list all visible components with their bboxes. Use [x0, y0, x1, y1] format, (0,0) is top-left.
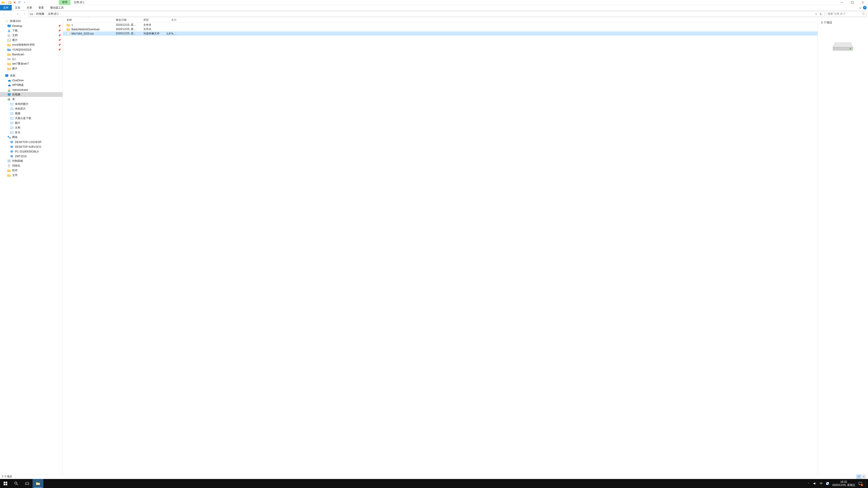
- show-desktop-button[interactable]: [865, 479, 867, 488]
- sidebar-item[interactable]: G:\: [0, 57, 63, 61]
- tree-label: 回收站: [12, 164, 20, 168]
- address-bar[interactable]: › 此电脑 › 文档 (E:) › ⋁: [29, 11, 825, 17]
- file-date: 2020/12/25, 星期五 1...: [114, 27, 141, 31]
- tab-share[interactable]: 共享: [24, 5, 35, 10]
- help-icon[interactable]: ?: [863, 6, 867, 9]
- action-center-icon[interactable]: 3: [858, 481, 863, 486]
- sidebar-item[interactable]: 库: [0, 97, 63, 102]
- file-row[interactable]: BaiduNetdiskDownload2020/12/25, 星期五 1...…: [63, 27, 817, 31]
- recycle-icon: [7, 164, 11, 168]
- thumbnails-view-button[interactable]: [861, 475, 866, 479]
- svg-rect-23: [10, 117, 13, 120]
- taskbar-search-button[interactable]: [11, 479, 22, 488]
- view-toggle-group: [857, 475, 866, 479]
- tab-view[interactable]: 查看: [35, 5, 47, 10]
- search-box[interactable]: 搜索"文档 (E:)": [826, 11, 867, 17]
- refresh-button[interactable]: [818, 11, 824, 17]
- sidebar-item[interactable]: 文档: [0, 125, 63, 130]
- sidebar-item[interactable]: 本机照片: [0, 106, 63, 111]
- taskbar-explorer-button[interactable]: [33, 479, 43, 488]
- sidebar-item[interactable]: YUNQISHI2019📌: [0, 47, 63, 52]
- sidebar-item[interactable]: Desktop📌: [0, 24, 63, 28]
- start-button[interactable]: [0, 479, 11, 488]
- control-panel-icon: [7, 159, 11, 163]
- breadcrumb-this-pc[interactable]: 此电脑: [36, 12, 45, 16]
- sidebar-item[interactable]: DESKTOP-LSSOEDP: [0, 140, 63, 144]
- back-button[interactable]: ←: [1, 11, 7, 17]
- sidebar-item[interactable]: OneDrive: [0, 78, 63, 83]
- quick-access-root[interactable]: ★ 快速访问: [0, 19, 63, 24]
- forward-button[interactable]: →: [8, 11, 13, 17]
- properties-icon[interactable]: [8, 1, 11, 4]
- svg-rect-31: [10, 146, 13, 148]
- tray-overflow-icon[interactable]: ˄: [807, 482, 810, 485]
- tree-label: 音乐: [15, 131, 20, 134]
- undo-icon[interactable]: [18, 1, 22, 4]
- sidebar-item[interactable]: DESKTOP-NJEU3CG: [0, 144, 63, 149]
- sidebar-item[interactable]: excel表格制作求和📌: [0, 42, 63, 47]
- tree-label: 软件: [12, 168, 18, 172]
- tab-drive-tools[interactable]: 驱动器工具: [47, 5, 67, 10]
- address-bar-row: ← → ▾ ↑ › 此电脑 › 文档 (E:) › ⋁ 搜索"文档 (E:)": [0, 11, 868, 18]
- folder-icon: [7, 62, 11, 66]
- recent-dropdown[interactable]: ▾: [15, 11, 20, 17]
- file-row[interactable]: 12020/12/15, 星期二 1...文件夹: [63, 23, 817, 27]
- drive-icon: [30, 12, 33, 16]
- sidebar-item[interactable]: win7重装win7: [0, 61, 63, 66]
- ribbon-expand-icon[interactable]: ⋁: [860, 6, 861, 9]
- tab-file[interactable]: 文件: [0, 5, 12, 10]
- desktop-root[interactable]: 桌面: [0, 73, 63, 78]
- column-type[interactable]: 类型: [141, 18, 164, 22]
- sidebar-item[interactable]: 文档📌: [0, 33, 63, 38]
- sidebar-item[interactable]: 文件: [0, 173, 63, 177]
- sidebar-item[interactable]: 网络: [0, 135, 63, 140]
- tree-label: 天翼云盘下载: [15, 116, 31, 120]
- clock-time: 16:32: [832, 480, 855, 484]
- sidebar-item[interactable]: 音乐: [0, 130, 63, 135]
- sidebar-item[interactable]: 软件: [0, 168, 63, 173]
- taskbar-clock[interactable]: 16:32 2020/12/25, 星期五: [832, 480, 855, 487]
- tree-label: 图片: [15, 121, 20, 125]
- svg-rect-27: [8, 136, 9, 137]
- minimize-button[interactable]: [837, 0, 847, 5]
- sidebar-item[interactable]: 此电脑: [0, 92, 63, 97]
- close-button[interactable]: [858, 0, 868, 5]
- sidebar-item[interactable]: 保存的图片: [0, 102, 63, 106]
- qat-dropdown-icon[interactable]: ▾: [23, 1, 26, 4]
- sidebar-item[interactable]: 下载📌: [0, 28, 63, 33]
- column-date[interactable]: 修改日期: [114, 18, 141, 22]
- sidebar-item[interactable]: Administrator: [0, 88, 63, 92]
- context-tab-manage[interactable]: 管理: [59, 0, 70, 5]
- tab-home[interactable]: 主页: [12, 5, 24, 10]
- svg-rect-5: [7, 25, 11, 27]
- ime-indicator[interactable]: 中: [819, 482, 823, 485]
- maximize-button[interactable]: [847, 0, 858, 5]
- task-view-button[interactable]: [22, 479, 33, 488]
- svg-marker-42: [833, 43, 853, 47]
- file-list-pane: ˄ 名称 修改日期 类型 大小 12020/12/15, 星期二 1...文件夹…: [63, 18, 818, 474]
- file-row[interactable]: Win7x64_2020.iso2020/12/25, 星期五 1...光盘映像…: [63, 31, 817, 36]
- column-size[interactable]: 大小: [164, 18, 180, 22]
- sidebar-item[interactable]: 图片: [0, 121, 63, 125]
- svg-rect-25: [10, 127, 13, 129]
- breadcrumb-current[interactable]: 文档 (E:): [48, 12, 59, 16]
- sidebar-item[interactable]: 图片📌: [0, 38, 63, 42]
- details-view-button[interactable]: [857, 475, 862, 479]
- sidebar-item[interactable]: 控制面板: [0, 159, 63, 163]
- sidebar-item[interactable]: WPS网盘: [0, 83, 63, 88]
- delete-icon[interactable]: ✕: [13, 1, 17, 4]
- security-icon[interactable]: [826, 482, 829, 485]
- tree-label: 快速访问: [10, 19, 21, 23]
- sidebar-item[interactable]: 天翼云盘下载: [0, 116, 63, 121]
- sidebar-item[interactable]: Bandicam: [0, 52, 63, 57]
- sidebar-item[interactable]: PC-20190530OBLA: [0, 149, 63, 154]
- address-dropdown[interactable]: ⋁: [813, 11, 818, 17]
- details-pane: 3 个项目: [818, 18, 868, 474]
- volume-icon[interactable]: [813, 482, 817, 485]
- up-button[interactable]: ↑: [22, 11, 27, 17]
- sidebar-item[interactable]: 图片: [0, 66, 63, 71]
- sidebar-item[interactable]: 回收站: [0, 163, 63, 168]
- sidebar-item[interactable]: ZMT2019: [0, 154, 63, 159]
- svg-rect-14: [8, 93, 11, 95]
- sidebar-item[interactable]: 视频: [0, 111, 63, 116]
